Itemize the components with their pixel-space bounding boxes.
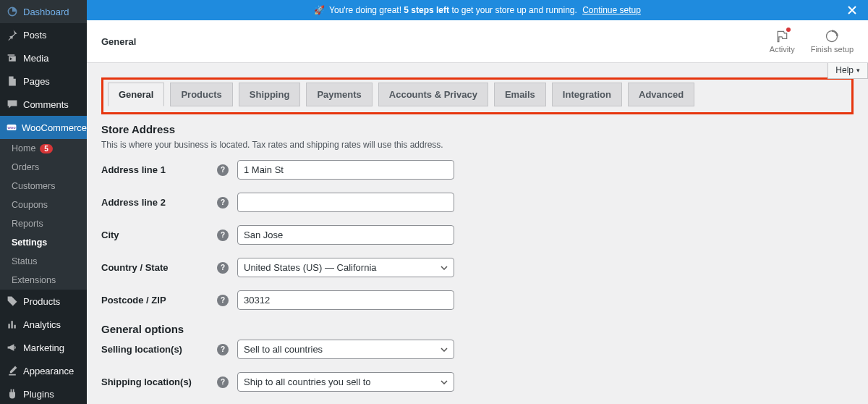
menu-comments[interactable]: Comments xyxy=(0,93,87,116)
finish-setup-button[interactable]: Finish setup xyxy=(811,29,854,54)
row-shipping-locations: Shipping location(s) ? Ship to all count… xyxy=(101,372,854,392)
address2-input[interactable] xyxy=(237,193,454,212)
admin-sidebar: Dashboard Posts Media Pages Comments woo… xyxy=(0,0,87,404)
menu-marketing[interactable]: Marketing xyxy=(0,336,87,359)
progress-icon xyxy=(825,29,839,43)
activity-label: Activity xyxy=(770,45,795,54)
menu-label: Marketing xyxy=(23,342,64,353)
chart-icon xyxy=(6,318,19,331)
submenu-label: Customers xyxy=(12,181,55,191)
continue-setup-link[interactable]: Continue setup xyxy=(582,5,641,15)
brush-icon xyxy=(6,364,19,377)
tab-emails[interactable]: Emails xyxy=(494,83,546,106)
submenu-status[interactable]: Status xyxy=(0,252,87,271)
help-icon[interactable]: ? xyxy=(217,230,229,241)
menu-appearance[interactable]: Appearance xyxy=(0,359,87,382)
label-shipping: Shipping location(s) xyxy=(101,376,217,387)
row-country: Country / State ? United States (US) — C… xyxy=(101,258,854,277)
settings-content: Help General Products Shipping Payments … xyxy=(87,63,868,404)
tag-icon xyxy=(6,295,19,308)
menu-media[interactable]: Media xyxy=(0,46,87,70)
page-topbar: General Activity Finish setup xyxy=(87,20,868,63)
submenu-label: Reports xyxy=(12,219,43,229)
rocket-icon: 🚀 xyxy=(314,5,325,15)
store-address-heading: Store Address xyxy=(101,123,854,135)
page-title: General xyxy=(101,36,136,47)
submenu-label: Coupons xyxy=(12,200,48,210)
notification-dot xyxy=(786,28,791,32)
label-city: City xyxy=(101,230,217,240)
tab-general[interactable]: General xyxy=(108,83,164,106)
menu-pages[interactable]: Pages xyxy=(0,70,87,93)
menu-dashboard[interactable]: Dashboard xyxy=(0,0,87,23)
submenu-label: Settings xyxy=(12,237,47,248)
tabs-highlight-box: General Products Shipping Payments Accou… xyxy=(101,77,854,114)
general-options-heading: General options xyxy=(101,323,854,335)
help-icon[interactable]: ? xyxy=(217,197,229,209)
menu-label: Comments xyxy=(23,99,69,110)
megaphone-icon xyxy=(6,341,19,354)
city-input[interactable] xyxy=(237,225,454,245)
submenu-label: Extensions xyxy=(12,275,56,285)
close-banner-button[interactable] xyxy=(846,4,858,16)
activity-button[interactable]: Activity xyxy=(770,29,795,54)
shipping-locations-select[interactable]: Ship to all countries you sell to xyxy=(237,372,454,392)
submenu-label: Home xyxy=(12,143,35,153)
menu-label: Media xyxy=(23,53,48,64)
page-icon xyxy=(6,75,19,88)
main-content: 🚀 You're doing great! 5 steps left to ge… xyxy=(87,0,868,404)
selling-locations-select[interactable]: Sell to all countries xyxy=(237,340,454,359)
help-icon[interactable]: ? xyxy=(217,164,229,176)
address1-input[interactable] xyxy=(237,160,454,180)
label-country: Country / State xyxy=(101,262,217,273)
menu-label: Products xyxy=(23,296,60,307)
help-icon[interactable]: ? xyxy=(217,344,229,355)
help-icon[interactable]: ? xyxy=(217,262,229,274)
tab-integration[interactable]: Integration xyxy=(552,83,622,106)
submenu-label: Orders xyxy=(12,162,39,172)
plug-icon xyxy=(6,387,19,400)
menu-label: Posts xyxy=(23,30,47,41)
tab-advanced[interactable]: Advanced xyxy=(628,83,694,106)
row-zip: Postcode / ZIP ? xyxy=(101,290,854,310)
row-city: City ? xyxy=(101,225,854,245)
count-badge: 5 xyxy=(40,144,53,153)
submenu-coupons[interactable]: Coupons xyxy=(0,195,87,214)
row-address1: Address line 1 ? xyxy=(101,160,854,180)
label-selling: Selling location(s) xyxy=(101,344,217,355)
submenu-home[interactable]: Home5 xyxy=(0,139,87,158)
submenu-label: Status xyxy=(12,256,37,266)
submenu-extensions[interactable]: Extensions xyxy=(0,271,87,290)
submenu-customers[interactable]: Customers xyxy=(0,177,87,195)
menu-label: Dashboard xyxy=(23,7,69,17)
help-label: Help xyxy=(835,65,854,75)
menu-products[interactable]: Products xyxy=(0,290,87,313)
comment-icon xyxy=(6,98,19,111)
menu-label: WooCommerce xyxy=(22,122,87,133)
submenu-reports[interactable]: Reports xyxy=(0,214,87,233)
menu-woocommerce[interactable]: wooWooCommerce xyxy=(0,116,87,139)
help-icon[interactable]: ? xyxy=(217,376,229,388)
svg-text:woo: woo xyxy=(7,125,16,130)
banner-text: You're doing great! 5 steps left to get … xyxy=(329,5,641,15)
media-icon xyxy=(6,51,19,64)
submenu-orders[interactable]: Orders xyxy=(0,158,87,177)
country-select[interactable]: United States (US) — California xyxy=(237,258,454,277)
menu-plugins[interactable]: Plugins xyxy=(0,382,87,404)
zip-input[interactable] xyxy=(237,290,454,310)
dashboard-icon xyxy=(6,5,19,18)
tab-accounts-privacy[interactable]: Accounts & Privacy xyxy=(378,83,488,106)
topbar-actions: Activity Finish setup xyxy=(770,29,854,54)
menu-label: Plugins xyxy=(23,389,54,400)
menu-posts[interactable]: Posts xyxy=(0,23,87,46)
row-selling-locations: Selling location(s) ? Sell to all countr… xyxy=(101,340,854,359)
tab-payments[interactable]: Payments xyxy=(306,83,372,106)
help-button[interactable]: Help xyxy=(827,63,868,79)
label-zip: Postcode / ZIP xyxy=(101,295,217,306)
menu-analytics[interactable]: Analytics xyxy=(0,313,87,336)
submenu-settings[interactable]: Settings xyxy=(0,233,87,252)
tab-products[interactable]: Products xyxy=(170,83,232,106)
tab-shipping[interactable]: Shipping xyxy=(239,83,301,106)
help-icon[interactable]: ? xyxy=(217,295,229,306)
menu-label: Analytics xyxy=(23,319,61,330)
